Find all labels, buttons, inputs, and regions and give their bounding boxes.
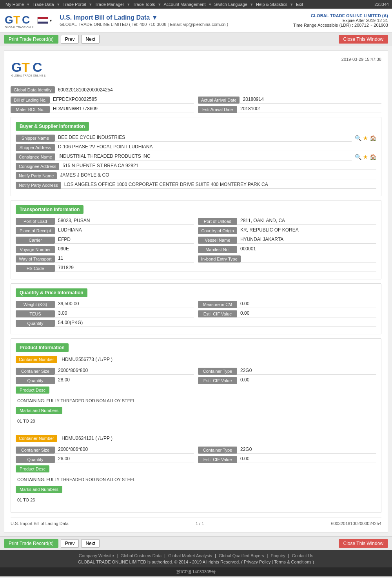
transportation-header: Transportation Information [16,205,83,214]
notify-party-address-value: LOS ANGELES OFFICE 1000 CORPORATE CENTER… [61,182,376,189]
print-button-bottom[interactable]: Print Trade Record(s) [4,539,58,548]
svg-text:T: T [13,14,20,26]
manifest-label: Manifest No. [198,246,237,253]
doc-header: G T C GLOBAL TRADE ONLINE LIMITED 2019-0… [11,57,381,82]
teus-field: TEUS 3.00 [16,310,194,317]
nav-exit[interactable]: Exit [294,1,305,7]
vessel-value: HYUNDAI JAKARTA [237,237,376,244]
notify-party-name-row: Notify Party Name JAMES J BOYLE & CO [16,172,376,179]
container-1-type-value: 22G0 [237,368,376,375]
shipper-search-icon[interactable]: 🔍 [355,135,361,141]
flag-area[interactable]: ▾ [37,17,52,24]
container-2-type-value: 22G0 [237,447,376,454]
product-info-section: Product Information Container Number HDM… [11,338,381,513]
gtc-logo: G T C GLOBAL TRADE ONLINE LIMITED [4,11,33,30]
container-2-number-value: HDMU2624121 ( /L/PP ) [58,436,113,441]
shipper-name-label: Shipper Name [16,135,55,142]
container-1-marks-text: 01 TO 28 [16,417,376,425]
nav-account-management[interactable]: Account Management [162,1,208,7]
bol-label: Bill of Lading No. [11,97,50,104]
nav-switch-language[interactable]: Switch Language [212,1,250,7]
master-bol-field: Mater BOL No. HDMUINWB1778609 [11,106,194,113]
nav-trade-data[interactable]: Trade Data [30,1,56,7]
measure-label: Measure in CM [198,301,237,308]
master-bol-value: HDMUINWB1778609 [50,106,194,113]
inbond-value [241,255,376,263]
container-1-cif-field: Esti. CIF Value 0.00 [198,377,376,384]
footer-icp: 苏ICP备14033305号 [0,567,392,576]
shipper-home-icon[interactable]: 🏠 [370,135,376,141]
global-data-identity-row: Global Data Identity 6003201810020000242… [11,86,381,93]
consignee-home-icon[interactable]: 🏠 [370,154,376,160]
footer-link-buyers[interactable]: Global Qualified Buyers [219,553,264,558]
container-2-number-label: Container Number [16,435,57,442]
container-2-cif-value: 0.00 [237,456,376,463]
container-1-cif-value: 0.00 [237,377,376,384]
footer-link-customs[interactable]: Global Customs Data [121,553,162,558]
container-1-type-field: Container Type 22G0 [198,368,376,375]
way-transport-field: Way of Transport 11 [16,255,194,263]
container-1-marks-button[interactable]: Marks and Numbers [16,407,62,414]
actual-arrival-value: 20180914 [240,97,381,104]
port-load-label: Port of Load [16,218,55,225]
prev-button-bottom[interactable]: Prev [61,539,79,548]
doc-logo-svg: G T C GLOBAL TRADE ONLINE LIMITED [11,57,46,78]
footer-link-market[interactable]: Global Market Analysis [168,553,212,558]
way-transport-value: 11 [55,255,194,263]
manifest-value: 000001 [237,246,376,253]
container-2-marks-button[interactable]: Marks and Numbers [16,486,62,493]
container-2-marks-text: 01 TO 26 [16,496,376,504]
container-1-product-desc-button[interactable]: Product Desc [16,387,49,394]
consignee-search-icon[interactable]: 🔍 [355,154,361,160]
flag-dropdown-icon[interactable]: ▾ [50,18,52,23]
consignee-star-icon[interactable]: ★ [363,154,368,160]
shipper-name-row: Shipper Name BEE DEE CYCLE INDUSTRIES 🔍 … [16,135,376,142]
notify-party-address-row: Notify Party Address LOS ANGELES OFFICE … [16,182,376,189]
doc-footer-center: 1 / 1 [196,521,204,526]
next-button-top[interactable]: Next [81,35,100,44]
container-2-qty-value: 26.00 [55,456,194,463]
close-button-top[interactable]: Close This Window [339,35,388,44]
inbond-field: In-bond Entry Type [198,255,376,263]
consignee-address-value: 515 N PUENTE ST BREA CA 92821 [59,163,376,170]
main-content: G T C GLOBAL TRADE ONLINE LIMITED 2019-0… [0,46,392,536]
consignee-name-value: INDUSTRIAL THREADED PRODUCTS INC [55,153,352,160]
svg-text:GLOBAL TRADE ONLINE LIMITED: GLOBAL TRADE ONLINE LIMITED [11,74,46,77]
next-button-bottom[interactable]: Next [81,539,100,548]
actual-arrival-label: Actual Arrival Date [198,97,240,104]
container-1-type-label: Container Type [198,368,237,375]
close-button-bottom[interactable]: Close This Window [339,539,388,548]
prev-button-top[interactable]: Prev [61,35,79,44]
vessel-field: Vessel Name HYUNDAI JAKARTA [198,237,376,244]
nav-my-home[interactable]: My Home [3,1,26,7]
actual-arrival-field: Actual Arrival Date 20180914 [198,97,381,104]
print-button-top[interactable]: Print Trade Record(s) [4,35,58,44]
weight-field: Weight (KG) 39,500.00 [16,301,194,308]
nav-trade-tools[interactable]: Trade Tools [131,1,158,7]
nav-trade-manager[interactable]: Trade Manager [93,1,127,7]
footer-link-company[interactable]: Company Website [79,553,114,558]
nav-trade-portal[interactable]: Trade Portal [60,1,89,7]
notify-party-name-value: JAMES J BOYLE & CO [57,172,376,179]
shipper-icons: 🔍 ★ 🏠 [355,135,376,141]
carrier-field: Carrier EFPD [16,237,194,244]
container-2-product-desc-button[interactable]: Product Desc [16,465,49,472]
container-1-product-desc-text: CONTAINING: FULLY THREADED ROD NON ALLOY… [16,397,376,405]
quantity-row: Quantity 54.00(PKG) [16,320,376,327]
footer-link-enquiry[interactable]: Enquiry [270,553,285,558]
footer-link-contact[interactable]: Contact Us [292,553,313,558]
receipt-origin-row: Place of Receipt LUDHIANA Country of Ori… [16,227,376,234]
footer-links: Company Website | Global Customs Data | … [3,553,389,558]
shipper-star-icon[interactable]: ★ [363,135,368,141]
shipper-address-value: D-106 PHASE ?V FOCAL POINT LUDHIANA [55,144,376,151]
voyage-value: 090E [55,246,194,253]
container-2-cif-label: Esti. CIF Value [198,456,237,463]
shipper-address-label: Shipper Address [16,144,55,151]
nav-help-statistics[interactable]: Help & Statistics [254,1,290,7]
bottom-action-bar: Print Trade Record(s) Prev Next Close Th… [0,536,392,550]
port-row: Port of Load 58023, PUSAN Port of Unload… [16,218,376,225]
container-1-qty-field: Quantity 28.00 [16,377,194,384]
container-1-size-value: 2000*806*800 [55,368,194,375]
header-title-area: U.S. Import Bill of Lading Data ▼ GLOBAL… [56,14,289,27]
esti-cif-label: Esti. CIF Value [198,310,237,317]
